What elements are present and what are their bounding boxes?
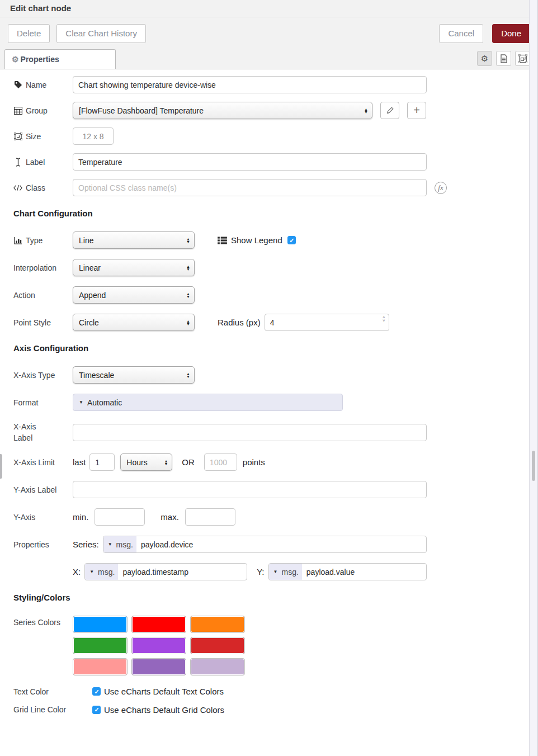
x-type-chip[interactable]: ▼msg. xyxy=(85,564,118,580)
vertical-scrollbar-track[interactable] xyxy=(529,0,538,756)
left-scrollbar-thumb[interactable] xyxy=(0,454,2,479)
x-typed-input[interactable]: ▼msg. payload.timestamp xyxy=(84,563,247,580)
spinner-arrows-icon[interactable]: ˄˅ xyxy=(383,316,385,323)
text-color-checkbox[interactable] xyxy=(92,687,101,696)
select-arrows-icon: ▲▼ xyxy=(364,108,368,114)
i-cursor-icon xyxy=(13,158,22,167)
label-input[interactable] xyxy=(73,153,427,171)
action-row: Action Append ▲▼ xyxy=(13,286,538,304)
delete-button[interactable]: Delete xyxy=(8,24,50,43)
dialog-title: Edit chart node xyxy=(0,0,538,17)
x-axis-limit-row: X-Axis Limit last Hours ▲▼ OR points xyxy=(13,453,538,471)
y-min-input[interactable] xyxy=(95,508,145,526)
series-typed-input[interactable]: ▼msg. payload.device xyxy=(103,536,427,553)
limit-unit-select[interactable]: Hours ▲▼ xyxy=(120,453,172,471)
type-label: Type xyxy=(13,236,73,245)
select-arrows-icon: ▲▼ xyxy=(186,292,190,298)
last-label: last xyxy=(73,457,86,467)
show-legend-checkbox[interactable] xyxy=(287,236,296,244)
legend-icon xyxy=(218,237,227,244)
select-arrows-icon: ▲▼ xyxy=(186,372,190,378)
select-arrows-icon: ▲▼ xyxy=(186,320,190,325)
series-color-swatch[interactable] xyxy=(131,616,186,633)
series-property-row: Properties Series: ▼msg. payload.device xyxy=(13,536,538,553)
interpolation-label: Interpolation xyxy=(13,263,73,272)
tab-properties[interactable]: ⚙ Properties xyxy=(4,49,116,69)
gear-icon: ⚙ xyxy=(481,54,488,64)
chart-configuration-heading: Chart Configuration xyxy=(13,209,538,218)
tag-icon xyxy=(13,81,22,89)
y-value[interactable]: payload.value xyxy=(302,568,359,577)
x-property-label: X: xyxy=(73,567,81,577)
x-axis-label-row: X-Axis Label xyxy=(13,421,538,443)
x-axis-label-input[interactable] xyxy=(73,424,427,441)
series-color-swatch[interactable] xyxy=(190,616,245,633)
interpolation-select[interactable]: Linear ▲▼ xyxy=(73,259,195,276)
y-typed-input[interactable]: ▼msg. payload.value xyxy=(268,563,427,580)
class-label: Class xyxy=(13,183,73,192)
x-axis-label-label: X-Axis Label xyxy=(13,421,49,443)
y-property-label: Y: xyxy=(257,567,264,577)
y-axis-label: Y-Axis xyxy=(13,513,73,522)
type-select[interactable]: Line ▲▼ xyxy=(73,231,195,249)
add-group-button[interactable]: + xyxy=(407,102,426,119)
properties-gear-icon: ⚙ xyxy=(12,55,19,64)
type-row: Type Line ▲▼ Show Legend xyxy=(13,231,538,249)
max-label: max. xyxy=(161,512,179,522)
radius-label: Radius (px) xyxy=(218,318,261,327)
class-input[interactable] xyxy=(73,179,427,196)
done-button[interactable]: Done xyxy=(492,24,530,43)
action-select[interactable]: Append ▲▼ xyxy=(73,286,195,304)
point-style-label: Point Style xyxy=(13,318,73,327)
group-label: Group xyxy=(13,106,73,115)
format-dropdown[interactable]: ▼ Automatic xyxy=(73,394,343,411)
name-input[interactable] xyxy=(73,76,427,93)
series-color-swatch[interactable] xyxy=(131,637,186,654)
plus-icon: + xyxy=(413,104,420,117)
y-type-chip[interactable]: ▼msg. xyxy=(269,564,302,580)
appearance-view-button[interactable] xyxy=(515,51,530,66)
show-legend-label: Show Legend xyxy=(231,235,282,245)
axis-configuration-heading: Axis Configuration xyxy=(13,343,538,353)
series-type-chip[interactable]: ▼msg. xyxy=(103,536,136,552)
action-label: Action xyxy=(13,291,73,300)
description-view-button[interactable] xyxy=(496,51,511,66)
series-color-swatch[interactable] xyxy=(73,658,128,675)
table-icon xyxy=(13,107,22,115)
series-colors-label: Series Colors xyxy=(13,616,73,628)
name-row: Name xyxy=(13,76,538,93)
vertical-scrollbar-thumb[interactable] xyxy=(532,451,535,481)
text-color-checkbox-label: Use eCharts Default Text Colors xyxy=(104,687,224,696)
size-icon xyxy=(13,133,22,140)
limit-count-input[interactable] xyxy=(89,453,115,471)
point-style-select[interactable]: Circle ▲▼ xyxy=(73,314,195,331)
x-axis-type-row: X-Axis Type Timescale ▲▼ xyxy=(13,366,538,384)
y-axis-label-input[interactable] xyxy=(73,481,427,498)
series-color-swatch[interactable] xyxy=(131,658,186,675)
y-axis-label-row: Y-Axis Label xyxy=(13,481,538,498)
series-label: Series: xyxy=(73,540,99,549)
x-axis-type-select[interactable]: Timescale ▲▼ xyxy=(73,366,195,384)
tab-bar: ⚙ Properties ⚙ xyxy=(0,49,538,69)
series-color-swatch[interactable] xyxy=(73,616,128,633)
caret-down-icon: ▼ xyxy=(108,542,112,547)
code-icon xyxy=(13,185,22,191)
cancel-button[interactable]: Cancel xyxy=(439,24,483,43)
edit-group-button[interactable] xyxy=(380,102,399,119)
clear-chart-history-button[interactable]: Clear Chart History xyxy=(56,24,146,43)
radius-input[interactable] xyxy=(265,314,389,331)
y-max-input[interactable] xyxy=(185,508,235,526)
pencil-icon xyxy=(386,107,394,114)
grid-color-checkbox-label: Use eCharts Default Grid Colors xyxy=(104,705,224,715)
group-select[interactable]: [FlowFuse Dashboard] Temperature ▲▼ xyxy=(73,102,372,119)
x-value[interactable]: payload.timestamp xyxy=(118,568,193,577)
grid-color-checkbox[interactable] xyxy=(92,706,101,714)
series-color-swatch[interactable] xyxy=(190,658,245,675)
series-color-swatch[interactable] xyxy=(73,637,128,654)
series-value[interactable]: payload.device xyxy=(136,540,197,549)
properties-view-button[interactable]: ⚙ xyxy=(477,51,492,66)
size-button[interactable]: 12 x 8 xyxy=(73,127,114,145)
series-color-grid xyxy=(73,616,245,675)
limit-points-input[interactable] xyxy=(204,453,237,471)
series-color-swatch[interactable] xyxy=(190,637,245,654)
